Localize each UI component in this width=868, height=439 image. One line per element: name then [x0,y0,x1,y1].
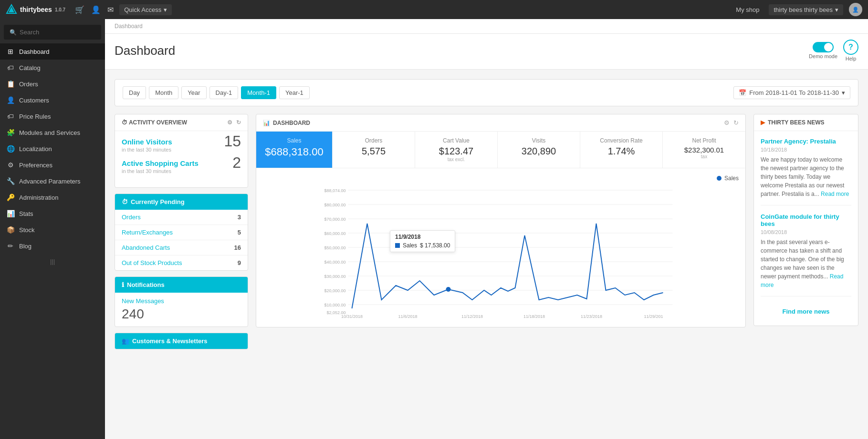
new-messages-link[interactable]: New Messages [122,297,241,305]
logo[interactable]: thirtybees 1.0.7 [6,4,65,15]
pending-carts-link[interactable]: Abandoned Carts [122,244,170,251]
help-label: Help [846,56,857,61]
metric-visits-value: 320,890 [504,146,573,157]
pending-orders-link[interactable]: Orders [122,214,141,221]
clock-pending-icon: ⏱ [122,198,128,205]
refresh-icon[interactable]: ↻ [236,119,241,126]
filter-day1-button[interactable]: Day-1 [209,86,239,99]
sidebar-item-label: Blog [19,243,31,250]
pending-carts-count: 16 [234,244,241,251]
mail-icon[interactable]: ✉ [107,5,114,14]
sidebar-item-administration[interactable]: 🔑 Administration [0,189,105,205]
sidebar-item-label: Modules and Services [19,129,80,136]
sidebar-item-price-rules[interactable]: 🏷 Price Rules [0,108,105,124]
pending-header: ⏱ Currently Pending [115,194,248,210]
sidebar-item-dashboard[interactable]: ⊞ Dashboard [0,43,105,60]
breadcrumb: Dashboard [105,19,868,34]
settings-icon[interactable]: ⚙ [227,119,232,126]
svg-text:10/31/2018: 10/31/2018 [341,314,363,319]
news-read-more-coingate[interactable]: Read more [761,273,843,288]
sidebar-item-preferences[interactable]: ⚙ Preferences [0,157,105,173]
customers-newsletters-card: 👥 Customers & Newsletters [115,333,248,349]
notifications-count: 240 [122,306,241,322]
date-range-label: From 2018-11-01 To 2018-11-30 [749,89,839,96]
pending-outofstock-link[interactable]: Out of Stock Products [122,259,182,266]
news-item-title-prestalia[interactable]: Partner Agency: Prestalia [761,138,851,145]
chart-icon: 📊 [263,120,270,126]
metric-visits[interactable]: Visits 320,890 [498,132,580,168]
cart-icon[interactable]: 🛒 [75,5,84,14]
sidebar-search-box[interactable]: 🔍 [4,25,101,40]
filter-month1-button[interactable]: Month-1 [241,86,276,99]
right-panel: ▶ THIRTY BEES NEWS Partner Agency: Prest… [753,114,858,349]
user-menu-arrow: ▾ [835,6,838,13]
customers-newsletters-header: 👥 Customers & Newsletters [115,333,248,349]
metric-cart-value[interactable]: Cart Value $123.47 tax excl. [415,132,498,168]
sidebar: 🔍 ⊞ Dashboard 🏷 Catalog 📋 Orders 👤 Custo… [0,19,105,439]
sidebar-item-label: Price Rules [19,113,51,120]
metric-orders[interactable]: Orders 5,575 [333,132,415,168]
pending-outofstock: Out of Stock Products 9 [115,255,248,270]
sidebar-item-stock[interactable]: 📦 Stock [0,222,105,238]
quick-access-button[interactable]: Quick Access ▾ [119,4,172,15]
chart-legend: Sales [263,175,739,182]
sidebar-item-advanced-parameters[interactable]: 🔧 Advanced Parameters [0,173,105,189]
avatar[interactable]: 👤 [849,3,862,16]
sidebar-item-modules[interactable]: 🧩 Modules and Services [0,124,105,141]
sidebar-item-customers[interactable]: 👤 Customers [0,92,105,108]
advanced-params-icon: 🔧 [7,177,14,185]
active-carts-label: Active Shopping Carts [122,159,241,167]
content-area: Day Month Year Day-1 Month-1 Year-1 📅 Fr… [105,70,868,359]
stats-icon: 📊 [7,210,14,217]
chart-settings-icon[interactable]: ⚙ [724,119,730,126]
dashboard-icon: ⊞ [7,48,14,55]
news-read-more-prestalia[interactable]: Read more [821,191,849,197]
sidebar-item-label: Stats [19,210,33,217]
news-item-title-coingate[interactable]: CoinGate module for thirty bees [761,213,851,227]
tooltip-anchor-dot [446,287,451,292]
sidebar-item-orders[interactable]: 📋 Orders [0,76,105,92]
sidebar-item-stats[interactable]: 📊 Stats [0,205,105,222]
find-more-link[interactable]: Find more news [783,308,830,315]
calendar-icon: 📅 [739,89,746,96]
demo-mode-switch[interactable] [813,42,834,52]
pending-orders: Orders 3 [115,210,248,225]
news-title: THIRTY BEES NEWS [768,119,824,126]
date-range-picker[interactable]: 📅 From 2018-11-01 To 2018-11-30 ▾ [733,86,850,99]
svg-text:$60,000.00: $60,000.00 [324,231,345,236]
metric-conversion[interactable]: Conversion Rate 1.74% [580,132,663,168]
customers-icon: 👤 [7,96,14,104]
administration-icon: 🔑 [7,194,14,201]
demo-mode-toggle[interactable]: Demo mode [809,42,837,59]
online-visitors-label: Online Visitors [122,138,241,146]
sidebar-item-blog[interactable]: ✏ Blog [0,238,105,254]
date-filter-bar: Day Month Year Day-1 Month-1 Year-1 📅 Fr… [115,79,858,106]
dashboard-chart-card: 📊 DASHBOARD ⚙ ↻ Sales [256,114,746,327]
my-shop-link[interactable]: My shop [736,6,759,13]
search-input[interactable] [20,29,95,36]
chart-header: 📊 DASHBOARD ⚙ ↻ [256,114,745,132]
user-menu-button[interactable]: thirty bees thirty bees ▾ [769,4,843,15]
help-button[interactable]: ? Help [843,40,858,61]
pending-returns-link[interactable]: Return/Exchanges [122,229,173,236]
version-label: 1.0.7 [55,7,65,12]
metric-net-profit[interactable]: Net Profit $232,300.01 tax [663,132,745,168]
filter-year1-button[interactable]: Year-1 [279,86,310,99]
user-icon[interactable]: 👤 [91,5,101,14]
sidebar-item-catalog[interactable]: 🏷 Catalog [0,60,105,76]
active-carts-sub: in the last 30 minutes [122,168,241,174]
filter-year-button[interactable]: Year [181,86,206,99]
filter-day-button[interactable]: Day [123,86,146,99]
sidebar-item-localization[interactable]: 🌐 Localization [0,141,105,157]
metric-conversion-value: 1.74% [587,146,656,157]
metric-sales[interactable]: Sales $688,318.00 [256,132,333,168]
filter-month-button[interactable]: Month [149,86,178,99]
currently-pending-card: ⏱ Currently Pending Orders 3 Return/Exch… [115,194,248,271]
news-item-prestalia: Partner Agency: Prestalia 10/18/2018 We … [761,138,851,205]
svg-text:$80,000.00: $80,000.00 [324,203,345,207]
sidebar-collapse-button[interactable]: ||| [0,254,105,269]
svg-text:11/12/2018: 11/12/2018 [461,314,483,319]
pending-orders-count: 3 [238,214,241,221]
sidebar-item-label: Localization [19,145,52,153]
chart-refresh-icon[interactable]: ↻ [733,119,739,126]
